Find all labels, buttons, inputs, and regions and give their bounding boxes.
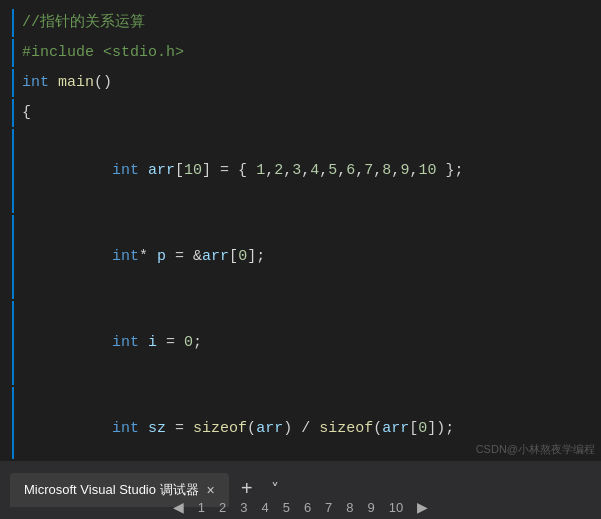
- code-line-4: {: [0, 98, 601, 128]
- line-number: [0, 9, 14, 37]
- line-text: int main(): [22, 69, 112, 97]
- next-arrow[interactable]: ▶: [417, 499, 428, 515]
- line-text: int arr[10] = { 1,2,3,4,5,6,7,8,9,10 };: [22, 129, 463, 213]
- watermark: CSDN@小林熬夜学编程: [476, 442, 595, 457]
- code-editor: //指针的关系运算 #include <stdio.h> int main() …: [0, 0, 601, 459]
- code-line-7: int i = 0;: [0, 300, 601, 386]
- code-line-2: #include <stdio.h>: [0, 38, 601, 68]
- page-num-10[interactable]: 10: [389, 500, 403, 515]
- code-line-5: int arr[10] = { 1,2,3,4,5,6,7,8,9,10 };: [0, 128, 601, 214]
- page-num-2[interactable]: 2: [219, 500, 226, 515]
- line-text: int i = 0;: [22, 301, 202, 385]
- line-text: #include <stdio.h>: [22, 39, 184, 67]
- code-line-6: int* p = &arr[0];: [0, 214, 601, 300]
- line-text: int* p = &arr[0];: [22, 215, 265, 299]
- page-numbers: ◀ 1 2 3 4 5 6 7 8 9 10 ▶: [0, 499, 601, 515]
- page-num-1[interactable]: 1: [198, 500, 205, 515]
- code-line-3: int main(): [0, 68, 601, 98]
- page-num-7[interactable]: 7: [325, 500, 332, 515]
- taskbar: Microsoft Visual Studio 调试器 × + ˅ ◀ 1 2 …: [0, 461, 601, 519]
- line-number: [0, 39, 14, 67]
- page-num-3[interactable]: 3: [240, 500, 247, 515]
- line-text: {: [22, 99, 31, 127]
- line-text: //指针的关系运算: [22, 9, 145, 37]
- page-num-5[interactable]: 5: [283, 500, 290, 515]
- line-number: [0, 99, 14, 127]
- tab-label: Microsoft Visual Studio 调试器: [24, 481, 199, 499]
- line-number: [0, 387, 14, 459]
- prev-arrow[interactable]: ◀: [173, 499, 184, 515]
- page-num-9[interactable]: 9: [368, 500, 375, 515]
- line-number: [0, 69, 14, 97]
- page-num-4[interactable]: 4: [261, 500, 268, 515]
- code-line-1: //指针的关系运算: [0, 8, 601, 38]
- line-number: [0, 301, 14, 385]
- page-num-8[interactable]: 8: [346, 500, 353, 515]
- page-num-6[interactable]: 6: [304, 500, 311, 515]
- line-number: [0, 215, 14, 299]
- line-number: [0, 129, 14, 213]
- line-text: int sz = sizeof(arr) / sizeof(arr[0]);: [22, 387, 454, 459]
- tab-close-button[interactable]: ×: [207, 483, 215, 497]
